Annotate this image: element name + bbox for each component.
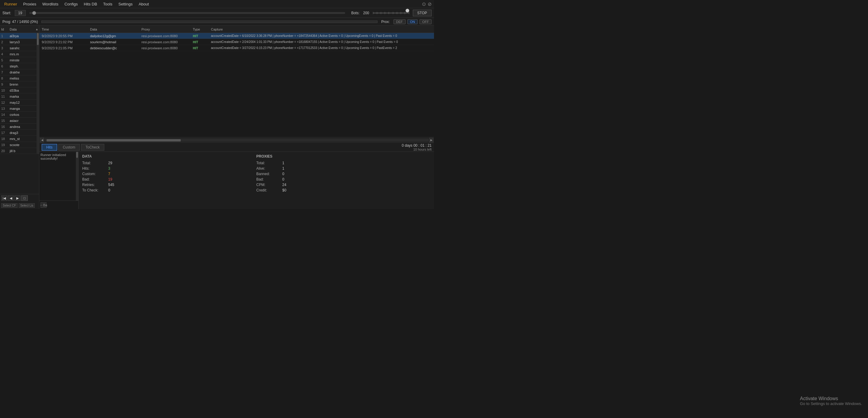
table-row[interactable]: 14csrkos	[0, 112, 37, 118]
nav-proxies[interactable]: Proxies	[20, 1, 39, 7]
nav-settings[interactable]: Settings	[116, 1, 136, 7]
proxy-credit-label: Credit:	[256, 188, 280, 192]
profile-icon[interactable]: ⊙	[422, 1, 426, 7]
prev-page-btn[interactable]: ◀	[8, 196, 14, 201]
select-cf-btn[interactable]: Select CF	[1, 203, 18, 208]
page-indicator: □	[21, 196, 28, 201]
progress-slider[interactable]	[29, 12, 345, 14]
start-label: Start:	[2, 11, 11, 15]
stats-area: DATA Total: 29 Hits: 3 Custom: 7	[79, 152, 434, 209]
col-capture-header: Capture	[209, 28, 434, 31]
h-scroll-right[interactable]: ▶	[429, 138, 433, 142]
prox-label: Prox:	[381, 20, 390, 24]
log-scroll[interactable]	[76, 152, 78, 201]
stat-bad-value: 19	[108, 177, 112, 181]
table-row[interactable]: 10d33ba	[0, 87, 37, 93]
tab-tocheck[interactable]: ToCheck	[81, 144, 104, 151]
bots-value: 200	[363, 11, 369, 15]
table-row[interactable]: 17drag3	[0, 130, 37, 136]
proxy-off-btn[interactable]: OFF	[420, 19, 432, 24]
nav-icons: ⊙ ⊘	[422, 1, 433, 7]
select-list-btn[interactable]: Select Lis	[19, 203, 35, 208]
proxy-banned-value: 0	[282, 172, 284, 176]
table-row[interactable]: 12may12	[0, 99, 37, 106]
proxy-bad: Bad: 0	[256, 177, 430, 181]
table-row[interactable]: 8meliss	[0, 75, 37, 81]
tab-hits[interactable]: Hits	[42, 144, 57, 151]
timer-area: 0 days 00 : 01 : 21 10 hours left	[402, 143, 432, 151]
sort-icon[interactable]: ▲	[35, 28, 39, 31]
log-back-btn[interactable]: ← Ba	[40, 202, 46, 208]
proxy-cpm-label: CPM:	[256, 183, 280, 187]
table-row[interactable]: 20jill b	[0, 148, 37, 154]
table-row[interactable]: 16andrea	[0, 124, 37, 130]
table-row[interactable]: 6steph.	[0, 63, 37, 69]
left-scroll-track[interactable]	[37, 33, 39, 154]
table-row[interactable]: 3sarahc	[0, 45, 37, 51]
proxy-alive: Alive: 1	[256, 166, 430, 171]
col-data-header-r: Data	[88, 28, 139, 31]
table-row[interactable]: 2larrys3	[0, 39, 37, 45]
table-row[interactable]: 18mrs_st	[0, 136, 37, 142]
tabs-row: Hits Custom ToCheck 0 days 00 : 01 : 21 …	[39, 143, 434, 152]
table-row[interactable]: 13manga	[0, 106, 37, 112]
settings-icon[interactable]: ⊘	[428, 1, 432, 7]
col-proxy-header: Proxy	[139, 28, 190, 31]
left-bottom: |◀ ◀ ▶ □ Select CF Select Lis	[0, 194, 39, 209]
stat-hits: Hits: 3	[82, 166, 256, 171]
nav-runner[interactable]: Runner	[1, 1, 20, 7]
nav-configs[interactable]: Configs	[61, 1, 81, 7]
tab-custom[interactable]: Custom	[58, 144, 80, 151]
h-scroll-left[interactable]: ◀	[40, 138, 44, 142]
first-page-btn[interactable]: |◀	[1, 196, 7, 201]
proxy-stats-header: PROXIES	[256, 154, 430, 158]
proxy-alive-label: Alive:	[256, 166, 280, 171]
proxy-on-btn[interactable]: ON	[407, 19, 418, 24]
log-area: Runner initialized succesfully! ← Ba	[39, 152, 79, 209]
table-row[interactable]: 7drakhe	[0, 69, 37, 75]
table-row[interactable]: 5minste	[0, 57, 37, 63]
start-input[interactable]	[15, 10, 26, 16]
result-row[interactable]: 9/2/2023 9:20:55 PM dailydoo12g@gm resi.…	[39, 33, 434, 39]
bots-slider[interactable]	[373, 10, 409, 16]
table-row[interactable]: 1al3rya	[0, 33, 37, 39]
left-rows-list: 1al3rya2larrys33sarahc4mrs.m5minste6step…	[0, 33, 37, 154]
proxy-credit-value: $0	[282, 188, 286, 192]
result-row[interactable]: 9/2/2023 9:21:02 PM sourkrm@hotmail resi…	[39, 39, 434, 45]
stat-tocheck-value: 0	[108, 188, 110, 192]
col-id-header: Id	[0, 28, 8, 31]
nav-tools[interactable]: Tools	[100, 1, 115, 7]
table-row[interactable]: 11marka	[0, 93, 37, 99]
right-panel: Time Data Proxy Type Capture 9/2/2023 9:…	[39, 26, 434, 209]
proxy-toggle: DEF ON OFF	[394, 19, 432, 24]
proxy-cpm-value: 24	[282, 183, 286, 187]
table-row[interactable]: 9brenn	[0, 81, 37, 87]
stat-hits-value: 3	[108, 166, 110, 171]
proxy-bad-label: Bad:	[256, 177, 280, 181]
back-arrow-icon: ←	[40, 203, 43, 207]
next-page-btn[interactable]: ▶	[14, 196, 21, 201]
stop-button[interactable]: STOP	[413, 10, 432, 16]
log-text: Runner initialized succesfully!	[40, 153, 66, 160]
nav-hitsdb[interactable]: Hits DB	[81, 1, 100, 7]
nav-about[interactable]: About	[136, 1, 152, 7]
log-content: Runner initialized succesfully!	[39, 152, 78, 201]
data-stats-col: DATA Total: 29 Hits: 3 Custom: 7	[82, 154, 256, 207]
proxy-credit: Credit: $0	[256, 188, 430, 192]
log-bottom: ← Ba	[39, 201, 78, 209]
h-scroll-track[interactable]	[45, 139, 429, 142]
proxy-def-btn[interactable]: DEF	[394, 19, 406, 24]
stat-tocheck: To Check: 0	[82, 188, 256, 192]
table-row[interactable]: 19scoote	[0, 142, 37, 148]
stat-retries-label: Retries:	[82, 183, 106, 187]
result-row[interactable]: 9/2/2023 9:21:05 PM debbiescudder@c resi…	[39, 45, 434, 51]
log-scroll-thumb	[76, 152, 78, 158]
table-row[interactable]: 4mrs.m	[0, 51, 37, 57]
proxy-alive-value: 1	[282, 166, 284, 171]
left-table: Id Data ▲ 1al3rya2larrys33sarahc4mrs.m5m…	[0, 26, 39, 194]
proxy-stats-col: PROXIES Total: 1 Alive: 1 Banned: 0	[256, 154, 430, 207]
proxy-total: Total: 1	[256, 161, 430, 165]
stat-custom: Custom: 7	[82, 172, 256, 176]
table-row[interactable]: 15asiacr	[0, 118, 37, 124]
nav-wordlists[interactable]: Wordlists	[39, 1, 61, 7]
